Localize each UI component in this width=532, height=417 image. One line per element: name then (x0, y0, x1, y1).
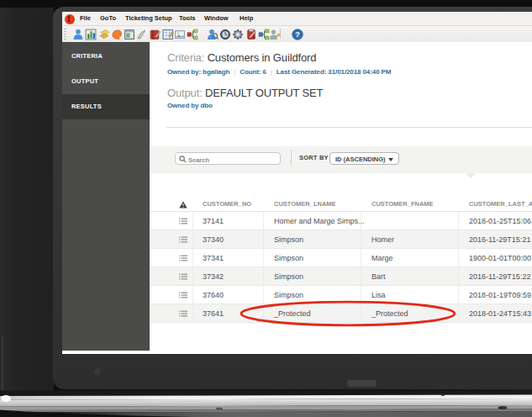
svg-text:?: ? (295, 29, 300, 39)
